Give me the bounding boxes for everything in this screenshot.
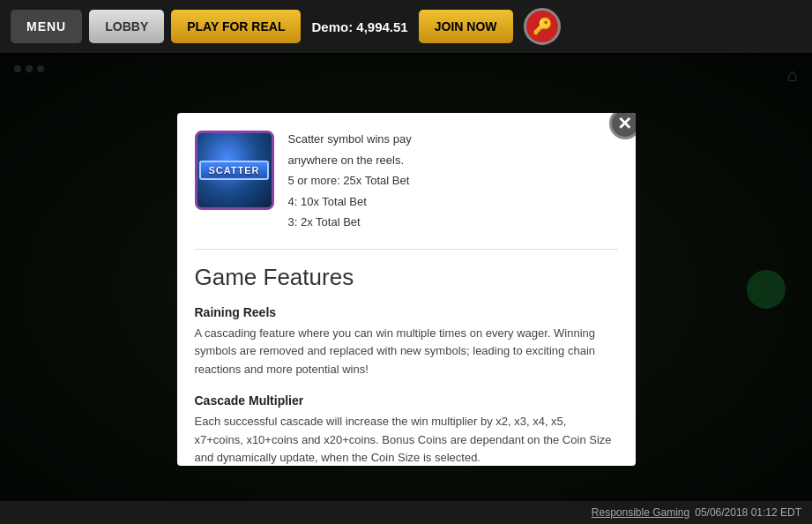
raining-reels-title: Raining Reels: [195, 305, 618, 319]
cascade-multiplier-section: Cascade Multiplier Each successful casca…: [195, 393, 618, 466]
section-divider: [195, 249, 618, 250]
scatter-image: SCATTER: [195, 131, 274, 210]
cascade-multiplier-title: Cascade Multiplier: [195, 393, 618, 408]
scatter-line-3: 5 or more: 25x Total Bet: [288, 172, 618, 190]
play-for-real-button[interactable]: PLAY FOR REAL: [171, 10, 301, 43]
scatter-section: SCATTER Scatter symbol wins pay anywhere…: [195, 131, 618, 231]
status-bar: Responsible Gaming 05/06/2018 01:12 EDT: [0, 501, 812, 524]
info-modal: ✕ SCATTER Scatter symbol wins pay anywhe…: [177, 113, 636, 466]
lobby-button[interactable]: LOBBY: [89, 10, 164, 43]
cascade-multiplier-desc: Each successful cascade will increase th…: [195, 413, 618, 466]
avatar-button[interactable]: [524, 8, 561, 45]
scatter-line-4: 4: 10x Total Bet: [288, 193, 618, 211]
responsible-gaming-link[interactable]: Responsible Gaming: [592, 506, 689, 519]
raining-reels-desc: A cascading feature where you can win mu…: [195, 325, 618, 379]
top-navigation: MENU LOBBY PLAY FOR REAL Demo: 4,994.51 …: [0, 0, 812, 55]
scatter-line-1: Scatter symbol wins pay: [288, 131, 618, 148]
scatter-line-2: anywhere on the reels.: [288, 152, 618, 169]
modal-scroll-area[interactable]: SCATTER Scatter symbol wins pay anywhere…: [177, 113, 636, 466]
menu-button[interactable]: MENU: [11, 10, 82, 43]
modal-overlay: ✕ SCATTER Scatter symbol wins pay anywhe…: [0, 55, 812, 524]
game-features-title: Game Features: [195, 264, 618, 291]
datetime-display: 05/06/2018 01:12 EDT: [695, 506, 801, 519]
demo-balance: Demo: 4,994.51: [311, 19, 407, 34]
scatter-badge: SCATTER: [199, 161, 268, 180]
raining-reels-section: Raining Reels A cascading feature where …: [195, 305, 618, 379]
scatter-info: Scatter symbol wins pay anywhere on the …: [288, 131, 618, 231]
game-area: ⌂ Bet: 25 x... ✕ SCATTER Scatter symbol …: [0, 55, 812, 524]
scatter-line-5: 3: 2x Total Bet: [288, 213, 618, 231]
join-now-button[interactable]: JOIN NOW: [419, 10, 513, 43]
